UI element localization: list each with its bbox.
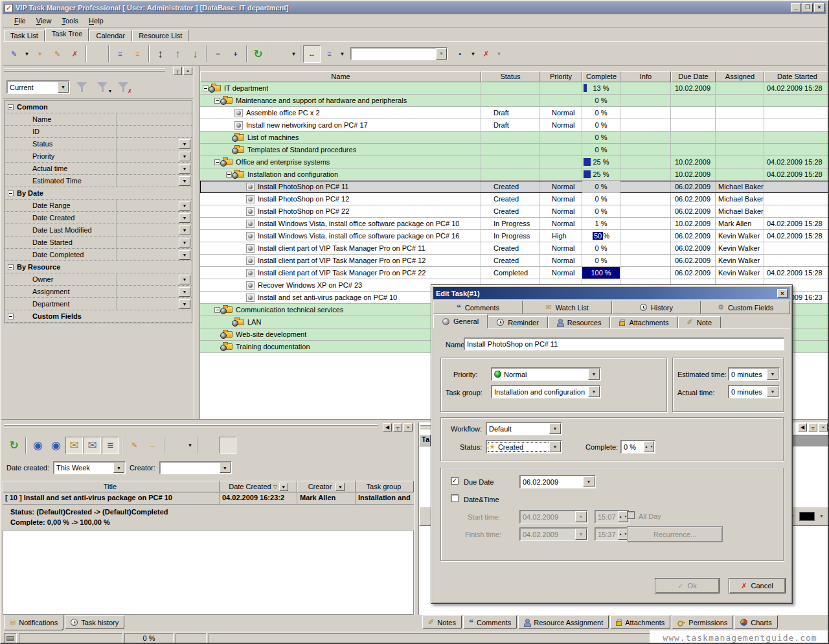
task-filter-icon[interactable] <box>89 45 106 63</box>
due-date-cell[interactable] <box>671 132 716 144</box>
date-started-cell[interactable]: 04.02.2009 15:28 <box>764 82 829 95</box>
pin-icon[interactable]: ┬ <box>393 423 402 431</box>
priority-cell[interactable]: Normal <box>539 107 582 119</box>
expander-icon[interactable] <box>214 307 220 313</box>
dialog-tab[interactable]: Reminder <box>488 316 548 328</box>
workflow-combo[interactable]: Default <box>486 422 562 435</box>
toolbar-separator[interactable] <box>267 45 272 62</box>
due-date-cell[interactable]: 10.02.2009 <box>671 156 716 168</box>
clear-filter-icon[interactable]: ✗ <box>115 78 132 96</box>
task-name-cell[interactable]: Install client part of VIP Task Manager … <box>200 255 481 267</box>
copy-view-arrow[interactable]: ▼ <box>290 45 298 63</box>
complete-cell[interactable]: 0 % <box>582 144 620 156</box>
priority-combo[interactable]: Normal <box>491 367 601 381</box>
priority-cell[interactable]: Normal <box>539 205 582 218</box>
save-view-icon[interactable]: ▪ <box>451 45 469 63</box>
info-cell[interactable] <box>620 267 671 279</box>
expander-icon[interactable] <box>214 98 220 104</box>
date-started-cell[interactable] <box>764 181 829 193</box>
task-notifications-icon[interactable]: ✉ <box>84 437 101 454</box>
bottom-tab[interactable]: Notifications <box>4 615 63 630</box>
status-cell[interactable]: Draft <box>481 107 539 119</box>
info-cell[interactable] <box>620 132 671 144</box>
task-name-cell[interactable]: Install client part of VIP Task Manager … <box>200 242 481 255</box>
finish-time-spinner[interactable]: 15:37 <box>595 527 630 541</box>
due-date-cell[interactable]: 10.02.2009 <box>671 168 716 181</box>
actual-time-combo[interactable]: 0 minutes <box>728 385 780 398</box>
due-date-cell[interactable] <box>671 95 716 107</box>
complete-cell[interactable]: 0 % <box>582 132 620 144</box>
priority-cell[interactable] <box>539 156 582 168</box>
save-filter-icon[interactable]: ▾ <box>94 78 111 96</box>
column-header[interactable]: Complete <box>582 71 620 82</box>
priority-cell[interactable]: Normal <box>539 119 582 132</box>
due-date-cell[interactable]: 06.02.2009 <box>671 230 716 242</box>
priority-cell[interactable]: Normal <box>539 267 582 279</box>
filter-row[interactable]: By Date <box>5 187 192 200</box>
priority-cell[interactable]: Normal <box>539 193 582 205</box>
recurrence-button[interactable]: Recurrence... <box>627 526 723 542</box>
info-cell[interactable] <box>620 119 671 132</box>
complete-cell[interactable]: 0 % <box>582 255 620 267</box>
filter-dropdown-button[interactable] <box>179 275 190 284</box>
menu-item[interactable]: File <box>9 16 31 26</box>
maximize-button[interactable]: ❐ <box>802 3 813 12</box>
section-collapse-icon[interactable] <box>8 314 14 319</box>
add-task-wizard-icon[interactable]: ✦ <box>31 45 49 63</box>
column-header[interactable]: Date Started <box>764 71 829 82</box>
due-date-cell[interactable]: 06.02.2009 <box>671 181 716 193</box>
filter-row[interactable]: Name <box>5 113 192 126</box>
task-name-cell[interactable]: Maintenance and support of hardware and … <box>200 95 481 107</box>
view-tab[interactable]: Task Tree <box>45 28 89 41</box>
bottom-tab[interactable]: Attachments <box>610 615 670 629</box>
color-dropdown-arrow[interactable]: ▼ <box>817 511 826 522</box>
task-row[interactable]: Install Windows Vista, install office so… <box>200 230 829 242</box>
dialog-tab[interactable]: Attachments <box>610 316 677 328</box>
task-row[interactable]: Install PhotoShop on PC# 11 Created Norm… <box>200 181 829 193</box>
toolbar-separator[interactable] <box>204 45 209 62</box>
date-started-cell[interactable] <box>764 119 829 132</box>
complete-cell[interactable]: 0 % <box>582 107 620 119</box>
dialog-tab[interactable]: History <box>612 301 701 314</box>
complete-cell[interactable]: 13 % <box>582 82 620 95</box>
delete-view-icon[interactable]: ✗ <box>477 45 495 63</box>
task-name-cell[interactable]: Assemble office PC x 2 <box>200 107 481 119</box>
status-cell[interactable] <box>481 95 539 107</box>
task-name-cell[interactable]: Install PhotoShop on PC# 22 <box>200 205 481 218</box>
filter-dropdown-button[interactable] <box>179 225 190 235</box>
assigned-cell[interactable]: Mark Allen <box>716 218 764 230</box>
sort-priority-icon[interactable]: ≡ <box>129 45 146 63</box>
column-header[interactable]: Status <box>481 71 539 82</box>
filter-dropdown-button[interactable] <box>179 139 190 149</box>
complete-cell[interactable]: 0 % <box>582 242 620 255</box>
pin-icon[interactable]: ┬ <box>808 423 817 431</box>
due-date-cell[interactable]: 06.02.2009 <box>671 205 716 218</box>
filter-dropdown-button[interactable] <box>179 152 190 161</box>
task-row[interactable]: Install PhotoShop on PC# 22 Created Norm… <box>200 205 829 218</box>
move-down-icon[interactable]: ↓ <box>187 45 204 63</box>
due-date-cell[interactable] <box>671 144 716 156</box>
filter-row[interactable]: Date Created <box>5 212 192 224</box>
complete-cell[interactable]: 25 % <box>582 156 620 168</box>
column-header[interactable]: Task group <box>356 481 414 492</box>
due-date-cell[interactable]: 06.02.2009 <box>671 242 716 255</box>
close-icon[interactable]: × <box>403 423 413 431</box>
assigned-cell[interactable]: Kevin Walker <box>716 230 764 242</box>
priority-cell[interactable] <box>539 168 582 181</box>
filter-row[interactable]: Date Completed <box>5 249 192 261</box>
pin-icon[interactable]: ┬ <box>173 67 182 75</box>
bottom-tab[interactable]: Charts <box>734 615 777 629</box>
toolbar-separator[interactable] <box>298 45 303 62</box>
expander-icon[interactable] <box>214 159 220 165</box>
task-name-cell[interactable]: Installation and configuration <box>200 168 481 181</box>
notification-row[interactable]: [ 10 ] Install and set anti-virus packag… <box>3 492 414 505</box>
complete-spinner[interactable]: 0 % <box>620 440 655 454</box>
report-icon[interactable] <box>168 437 185 454</box>
date-started-cell[interactable]: 04.02.2009 15:28 <box>764 267 829 279</box>
task-row[interactable]: Install client part of VIP Task Manager … <box>200 242 829 255</box>
column-header[interactable]: Info <box>620 71 671 82</box>
sort-status-icon[interactable]: ≡ <box>111 45 129 63</box>
grid-views-arrow[interactable]: ▼ <box>338 45 346 63</box>
assigned-cell[interactable] <box>716 95 764 107</box>
priority-cell[interactable] <box>539 144 582 156</box>
